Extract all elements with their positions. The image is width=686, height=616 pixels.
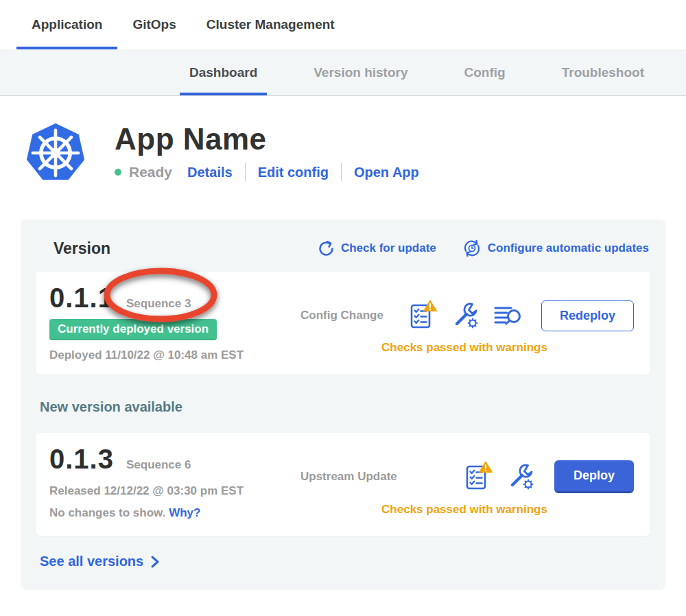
deploy-button[interactable]: Deploy bbox=[554, 460, 634, 493]
tab-dashboard-label: Dashboard bbox=[189, 65, 257, 80]
details-link[interactable]: Details bbox=[187, 165, 233, 180]
new-version-available-heading: New version available bbox=[40, 399, 650, 415]
tab-application[interactable]: Application bbox=[16, 0, 117, 49]
clock-refresh-icon bbox=[462, 239, 482, 258]
refresh-icon bbox=[318, 240, 335, 257]
kubernetes-logo-icon bbox=[24, 121, 87, 185]
status-badge: Ready bbox=[129, 164, 172, 180]
available-version-number: 0.1.3 bbox=[49, 444, 114, 475]
version-panel-title: Version bbox=[54, 239, 110, 258]
currently-deployed-badge: Currently deployed version bbox=[49, 319, 217, 340]
divider bbox=[245, 163, 246, 181]
tab-gitops-label: GitOps bbox=[132, 17, 176, 32]
tab-version-history[interactable]: Version history bbox=[296, 49, 425, 95]
tab-dashboard[interactable]: Dashboard bbox=[172, 49, 275, 95]
primary-nav: Application GitOps Cluster Management bbox=[0, 0, 686, 49]
tab-troubleshoot-label: Troubleshoot bbox=[562, 65, 644, 80]
configure-automatic-updates-button[interactable]: Configure automatic updates bbox=[462, 239, 649, 258]
redeploy-button[interactable]: Redeploy bbox=[541, 300, 634, 331]
check-for-update-button[interactable]: Check for update bbox=[318, 240, 436, 257]
check-for-update-label: Check for update bbox=[341, 241, 436, 255]
available-sequence-label: Sequence 6 bbox=[126, 458, 191, 472]
tab-cluster-management[interactable]: Cluster Management bbox=[191, 0, 350, 49]
why-link[interactable]: Why? bbox=[169, 506, 200, 519]
preflight-checks-status[interactable]: Checks passed with warnings bbox=[288, 503, 641, 517]
active-subtab-underline bbox=[180, 93, 267, 95]
see-all-versions-link[interactable]: See all versions bbox=[40, 554, 650, 569]
released-timestamp: Released 12/12/22 @ 03:30 pm EST bbox=[49, 484, 288, 498]
preflight-checks-icon[interactable] bbox=[465, 462, 494, 491]
wrench-gear-icon[interactable] bbox=[452, 302, 480, 329]
tab-application-label: Application bbox=[32, 17, 102, 32]
no-changes-text: No changes to show. bbox=[49, 506, 165, 519]
deployed-version-card: 0.1.1 Sequence 3 Currently deployed vers… bbox=[36, 272, 650, 375]
release-type-label: Config Change bbox=[300, 309, 383, 322]
release-type-label: Upstream Update bbox=[300, 470, 397, 484]
deployed-timestamp: Deployed 11/10/22 @ 10:48 am EST bbox=[49, 348, 288, 362]
preflight-checks-icon[interactable] bbox=[410, 301, 438, 330]
divider bbox=[341, 163, 342, 181]
status-dot bbox=[115, 169, 121, 176]
secondary-nav: Dashboard Version history Config Trouble… bbox=[0, 49, 686, 96]
app-header: App Name Ready Details Edit config Open … bbox=[0, 96, 686, 185]
tab-config-label: Config bbox=[464, 65, 506, 80]
edit-config-link[interactable]: Edit config bbox=[258, 165, 329, 180]
open-app-link[interactable]: Open App bbox=[354, 165, 419, 180]
files-diff-icon[interactable] bbox=[493, 303, 522, 329]
tab-troubleshoot[interactable]: Troubleshoot bbox=[544, 49, 662, 95]
tab-version-history-label: Version history bbox=[314, 65, 407, 80]
page-title: App Name bbox=[115, 122, 419, 156]
tab-cluster-management-label: Cluster Management bbox=[206, 17, 335, 32]
preflight-checks-status[interactable]: Checks passed with warnings bbox=[288, 341, 641, 355]
see-all-versions-label: See all versions bbox=[40, 554, 143, 569]
version-panel: Version Check for update Configure bbox=[21, 220, 665, 590]
deployed-sequence-label: Sequence 3 bbox=[126, 297, 191, 311]
tab-gitops[interactable]: GitOps bbox=[117, 0, 191, 49]
tab-config[interactable]: Config bbox=[447, 49, 523, 95]
deployed-version-number: 0.1.1 bbox=[49, 283, 114, 313]
available-version-card: 0.1.3 Sequence 6 Released 12/12/22 @ 03:… bbox=[36, 433, 650, 536]
active-tab-underline bbox=[16, 47, 117, 49]
chevron-right-icon bbox=[150, 555, 160, 569]
configure-automatic-updates-label: Configure automatic updates bbox=[488, 241, 649, 255]
wrench-gear-icon[interactable] bbox=[508, 463, 535, 490]
